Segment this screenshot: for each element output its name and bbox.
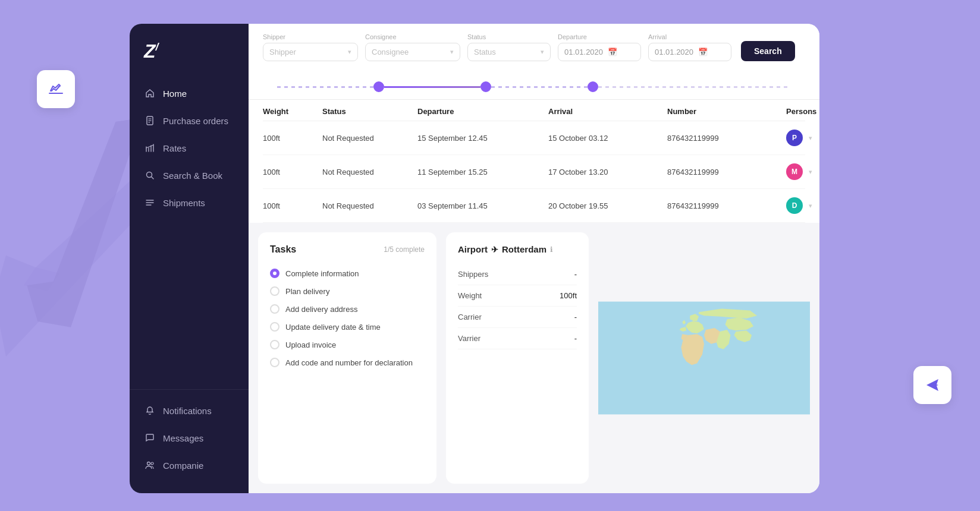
task-radio-0[interactable] xyxy=(270,269,279,278)
airport-field-label-3: Varrier xyxy=(458,334,480,343)
departure-date-select[interactable]: 01.01.2020 📅 xyxy=(558,43,641,61)
home-icon xyxy=(144,87,156,99)
plane-landing-icon xyxy=(47,80,65,98)
arrival-label: Arrival xyxy=(648,33,731,40)
th-arrival: Arrival xyxy=(548,107,667,116)
row1-person-cell: P ▾ xyxy=(786,130,819,146)
sidebar-rates-label: Rates xyxy=(163,143,186,153)
tasks-title: Tasks xyxy=(270,244,296,255)
stepper-line-1 xyxy=(277,86,373,88)
departure-field: Departure 01.01.2020 📅 xyxy=(558,33,641,61)
airport-field-label-0: Shippers xyxy=(458,270,488,279)
row2-number: 876432119999 xyxy=(667,168,786,176)
plane-icon: ✈ xyxy=(491,245,498,254)
task-radio-3[interactable] xyxy=(270,322,279,332)
arrival-date-select[interactable]: 01.01.2020 📅 xyxy=(648,43,731,61)
row1-person: P ▾ xyxy=(786,130,819,146)
row2-avatar: M xyxy=(786,163,803,180)
airport-field-value-3: - xyxy=(574,334,577,343)
airport-location: Rotterdam xyxy=(502,244,546,254)
tasks-panel: Tasks 1/5 complete Complete information … xyxy=(258,232,436,484)
task-label-0: Complete information xyxy=(285,269,359,278)
sidebar-item-companie[interactable]: Companie xyxy=(130,452,249,479)
row2-arrow[interactable]: ▾ xyxy=(809,168,812,176)
row1-arrival: 15 October 03.12 xyxy=(548,134,667,143)
sidebar-item-home[interactable]: Home xyxy=(130,80,249,107)
bottom-panels: Tasks 1/5 complete Complete information … xyxy=(249,223,819,493)
tasks-progress: 1/5 complete xyxy=(384,245,425,254)
task-item-0[interactable]: Complete information xyxy=(270,264,425,282)
airport-info-row-2: Carrier - xyxy=(458,307,577,328)
row3-arrival: 20 October 19.55 xyxy=(548,201,667,210)
chat-icon xyxy=(144,432,156,444)
consignee-value: Consignee xyxy=(372,48,409,56)
row3-weight: 100ft xyxy=(263,201,322,210)
stepper-line-4 xyxy=(598,86,791,88)
bell-icon xyxy=(144,405,156,417)
row2-status: Not Requested xyxy=(322,168,417,176)
document-icon xyxy=(144,115,156,127)
svg-rect-16 xyxy=(598,302,810,415)
table-row[interactable]: 100ft Not Requested 15 September 12.45 1… xyxy=(263,121,805,155)
sidebar-item-rates[interactable]: Rates xyxy=(130,134,249,162)
row2-person: M ▾ xyxy=(786,163,819,180)
row3-person-cell: D ▾ xyxy=(786,197,819,214)
right-floating-button[interactable] xyxy=(913,366,951,404)
airport-title: Airport ✈ Rotterdam ℹ xyxy=(458,244,577,254)
task-radio-4[interactable] xyxy=(270,340,279,349)
arrival-date-value: 01.01.2020 xyxy=(655,48,693,56)
task-item-2[interactable]: Add delivery address xyxy=(270,300,425,318)
row1-departure: 15 September 12.45 xyxy=(417,134,548,143)
arrival-field: Arrival 01.01.2020 📅 xyxy=(648,33,731,61)
task-radio-5[interactable] xyxy=(270,358,279,367)
departure-label: Departure xyxy=(558,33,641,40)
tasks-header: Tasks 1/5 complete xyxy=(270,244,425,255)
task-item-4[interactable]: Upload invoice xyxy=(270,336,425,354)
status-select[interactable]: Status ▾ xyxy=(467,43,551,61)
th-number: Number xyxy=(667,107,786,116)
sidebar-logo: Z/ xyxy=(130,42,249,80)
row3-person: D ▾ xyxy=(786,197,819,214)
table-row[interactable]: 100ft Not Requested 03 September 11.45 2… xyxy=(263,189,805,223)
task-item-5[interactable]: Add code and number for declaration xyxy=(270,354,425,371)
consignee-select[interactable]: Consignee ▾ xyxy=(365,43,460,61)
left-floating-button[interactable] xyxy=(37,70,75,108)
sidebar-item-messages[interactable]: Messages xyxy=(130,424,249,452)
stepper-dot-3 xyxy=(588,81,598,92)
search-book-icon xyxy=(144,169,156,181)
progress-stepper xyxy=(263,71,805,99)
sidebar-item-notifications[interactable]: Notifications xyxy=(130,397,249,424)
row1-avatar: P xyxy=(786,130,803,146)
row1-weight: 100ft xyxy=(263,134,322,143)
consignee-label: Consignee xyxy=(365,33,460,40)
task-radio-2[interactable] xyxy=(270,304,279,314)
rates-icon xyxy=(144,142,156,154)
sidebar-notifications-label: Notifications xyxy=(163,406,212,416)
plane-icon-right xyxy=(924,376,941,394)
task-item-1[interactable]: Plan delivery xyxy=(270,282,425,300)
svg-point-15 xyxy=(151,462,153,465)
row1-arrow[interactable]: ▾ xyxy=(809,134,812,142)
airport-label: Airport xyxy=(458,244,488,254)
sidebar-item-purchase-orders[interactable]: Purchase orders xyxy=(130,107,249,134)
table-row[interactable]: 100ft Not Requested 11 September 15.25 1… xyxy=(263,155,805,189)
airport-field-value-0: - xyxy=(574,270,577,279)
row2-departure: 11 September 15.25 xyxy=(417,168,548,176)
status-arrow: ▾ xyxy=(541,48,544,56)
task-radio-1[interactable] xyxy=(270,286,279,296)
sidebar-spacer xyxy=(130,216,249,380)
airport-info-row-3: Varrier - xyxy=(458,328,577,349)
sidebar-item-search-book[interactable]: Search & Book xyxy=(130,162,249,189)
task-item-3[interactable]: Update delivery date & time xyxy=(270,318,425,336)
sidebar-purchase-orders-label: Purchase orders xyxy=(163,116,228,126)
row3-number: 876432119999 xyxy=(667,201,786,210)
map-panel xyxy=(598,232,810,484)
th-weight: Weight xyxy=(263,107,322,116)
calendar-icon-arrival: 📅 xyxy=(698,48,708,56)
sidebar-messages-label: Messages xyxy=(163,433,203,443)
shipper-select[interactable]: Shipper ▾ xyxy=(263,43,358,61)
th-status: Status xyxy=(322,107,417,116)
sidebar-item-shipments[interactable]: Shipments xyxy=(130,189,249,216)
search-button[interactable]: Search xyxy=(741,41,795,61)
row3-arrow[interactable]: ▾ xyxy=(809,202,812,210)
